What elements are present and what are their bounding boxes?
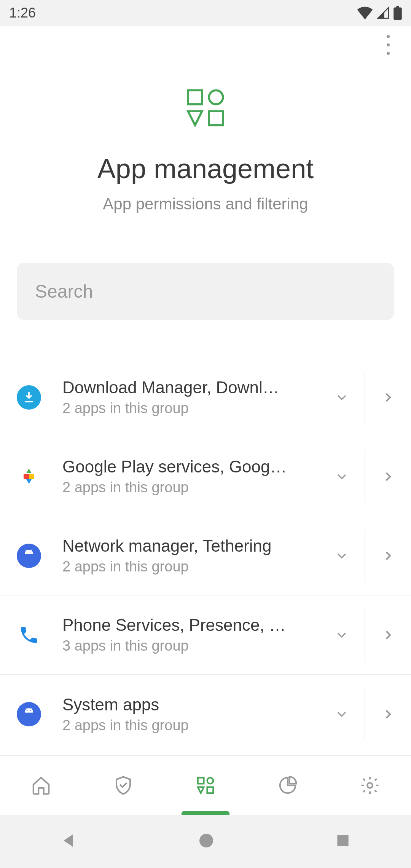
android-icon [17, 544, 41, 568]
svg-point-13 [367, 783, 373, 788]
chevron-right-icon [381, 469, 396, 484]
details-button[interactable] [365, 529, 411, 582]
svg-point-11 [207, 777, 213, 783]
list-item[interactable]: Download Manager, Downlo… 2 apps in this… [0, 358, 411, 437]
list-item-text: Download Manager, Downlo… 2 apps in this… [41, 378, 319, 416]
circle-icon [197, 831, 215, 850]
back-icon [60, 831, 78, 850]
expand-button[interactable] [319, 450, 365, 503]
svg-point-3 [209, 90, 223, 104]
apps-hero-icon [185, 87, 226, 130]
nav-back-button[interactable] [60, 831, 78, 851]
svg-point-7 [30, 551, 32, 552]
list-item[interactable]: System apps 2 apps in this group [0, 675, 411, 754]
chevron-down-icon [334, 548, 349, 563]
chevron-down-icon [334, 627, 349, 643]
svg-rect-4 [209, 111, 223, 125]
details-button[interactable] [365, 608, 411, 662]
square-icon [335, 832, 351, 849]
status-icons [357, 6, 402, 20]
svg-rect-15 [338, 835, 349, 846]
expand-button[interactable] [319, 529, 365, 582]
wifi-icon [357, 6, 373, 19]
battery-icon [393, 6, 402, 20]
svg-rect-10 [198, 777, 204, 783]
list-item-text: System apps 2 apps in this group [41, 695, 319, 734]
expand-button[interactable] [319, 608, 365, 662]
apps-icon [195, 775, 216, 796]
svg-point-14 [199, 834, 213, 847]
search-input[interactable] [17, 263, 394, 320]
list-item-text: Phone Services, Presence, c… 3 apps in t… [41, 616, 319, 654]
list-item-text: Network manager, Tethering 2 apps in thi… [41, 536, 319, 575]
app-group-list: Download Manager, Downlo… 2 apps in this… [0, 358, 411, 754]
svg-point-9 [30, 710, 32, 711]
list-item-title: Phone Services, Presence, c… [62, 616, 287, 635]
svg-rect-5 [25, 401, 33, 402]
svg-point-6 [27, 551, 28, 552]
chevron-down-icon [334, 469, 349, 484]
system-nav-bar [0, 815, 411, 868]
shield-icon [113, 775, 134, 796]
status-bar: 1:26 [0, 0, 411, 26]
list-item-subtitle: 2 apps in this group [62, 400, 315, 416]
expand-button[interactable] [319, 371, 365, 424]
list-item-title: Download Manager, Downlo… [62, 378, 287, 397]
android-icon [17, 702, 41, 726]
search-container [0, 213, 411, 320]
nav-recent-button[interactable] [335, 832, 351, 850]
list-item[interactable]: Phone Services, Presence, c… 3 apps in t… [0, 595, 411, 675]
list-item-subtitle: 2 apps in this group [62, 479, 315, 496]
list-item[interactable]: Network manager, Tethering 2 apps in thi… [0, 516, 411, 595]
svg-point-8 [27, 710, 28, 711]
page-subtitle: App permissions and filtering [0, 195, 411, 213]
svg-rect-0 [393, 8, 402, 20]
page-title: App management [0, 153, 411, 184]
list-item-text: Google Play services, Googl… 2 apps in t… [41, 457, 319, 496]
list-item-subtitle: 2 apps in this group [62, 558, 315, 575]
play-services-icon [17, 464, 41, 489]
svg-rect-12 [207, 787, 213, 793]
more-options-icon[interactable] [381, 34, 396, 56]
chevron-right-icon [381, 548, 396, 563]
header-area: App management App permissions and filte… [0, 64, 411, 213]
chevron-down-icon [334, 390, 349, 405]
svg-rect-1 [396, 6, 399, 8]
main-content: App management App permissions and filte… [0, 26, 411, 755]
list-item-title: System apps [62, 695, 287, 714]
expand-button[interactable] [319, 688, 365, 741]
tab-protection[interactable] [82, 756, 164, 815]
list-item[interactable]: Google Play services, Googl… 2 apps in t… [0, 437, 411, 516]
bottom-tab-bar [0, 755, 411, 815]
tab-home[interactable] [0, 756, 82, 815]
chevron-right-icon [381, 707, 396, 722]
gear-icon [360, 775, 380, 796]
tab-apps[interactable] [164, 756, 247, 815]
list-item-title: Network manager, Tethering [62, 536, 287, 555]
list-item-title: Google Play services, Googl… [62, 457, 287, 476]
tab-stats[interactable] [247, 756, 329, 815]
details-button[interactable] [365, 688, 411, 741]
signal-icon [377, 6, 390, 19]
list-item-subtitle: 3 apps in this group [62, 638, 315, 654]
details-button[interactable] [365, 371, 411, 424]
home-icon [31, 775, 51, 796]
chevron-right-icon [381, 627, 396, 643]
chevron-down-icon [334, 707, 349, 722]
top-bar [0, 26, 411, 64]
download-icon [17, 385, 41, 410]
details-button[interactable] [365, 450, 411, 503]
svg-rect-2 [188, 90, 202, 104]
phone-icon [17, 623, 41, 647]
tab-settings[interactable] [329, 756, 411, 815]
chevron-right-icon [381, 390, 396, 405]
status-time: 1:26 [9, 5, 36, 21]
stats-icon [277, 775, 298, 796]
nav-home-button[interactable] [197, 831, 215, 851]
list-item-subtitle: 2 apps in this group [62, 717, 315, 734]
